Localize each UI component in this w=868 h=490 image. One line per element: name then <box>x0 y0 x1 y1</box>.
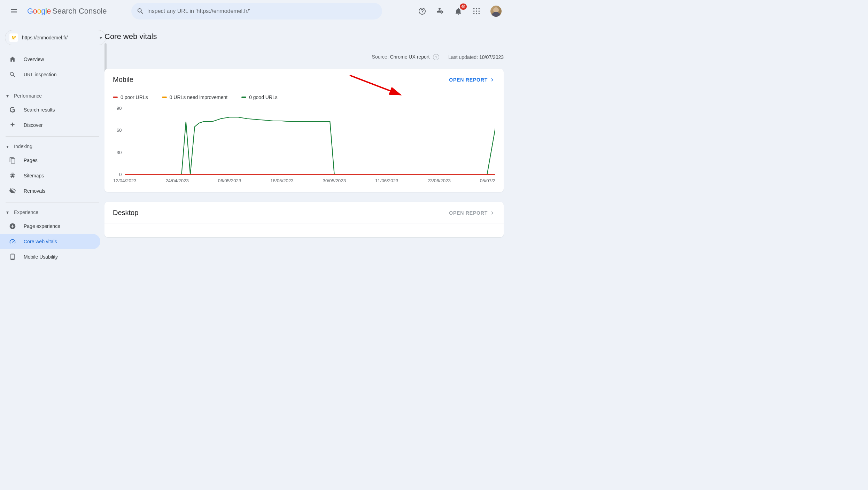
sidebar-item-url-inspection[interactable]: URL inspection <box>0 67 100 82</box>
account-avatar[interactable] <box>490 6 502 17</box>
sidebar-item-label: Page experience <box>24 223 60 229</box>
search-icon <box>134 4 147 18</box>
svg-text:24/04/2023: 24/04/2023 <box>165 179 189 183</box>
svg-text:30: 30 <box>117 151 122 155</box>
help-icon <box>418 7 426 15</box>
sidebar-item-label: Sitemaps <box>24 173 44 178</box>
mobile-chart-area: 030609012/04/202324/04/202306/05/202318/… <box>104 100 504 192</box>
sparkle-icon <box>8 121 17 129</box>
google-apps-button[interactable] <box>470 4 483 18</box>
svg-text:06/05/2023: 06/05/2023 <box>218 179 241 183</box>
chevron-down-icon: ▾ <box>100 35 102 40</box>
product-name: Search Console <box>52 7 107 16</box>
sidebar-section-performance[interactable]: ▾ Performance <box>0 90 104 102</box>
section-title: Indexing <box>14 144 32 149</box>
chevron-right-icon <box>489 77 495 83</box>
svg-text:90: 90 <box>117 106 122 111</box>
legend-improve[interactable]: 0 URLs need improvement <box>162 94 228 100</box>
chevron-down-icon: ▾ <box>6 209 12 215</box>
hamburger-icon <box>10 7 18 15</box>
sidebar-item-overview[interactable]: Overview <box>0 52 100 67</box>
phone-icon <box>8 253 17 261</box>
sidebar-section-experience[interactable]: ▾ Experience <box>0 206 104 219</box>
sidebar-item-pages[interactable]: Pages <box>0 153 100 168</box>
swatch-improve <box>162 97 167 98</box>
svg-point-3 <box>473 10 475 12</box>
property-favicon: M <box>9 33 18 42</box>
svg-text:30/05/2023: 30/05/2023 <box>323 179 346 183</box>
apps-grid-icon <box>473 7 480 15</box>
url-inspect-searchbar[interactable] <box>131 3 382 20</box>
source-label: Source: <box>372 54 389 60</box>
updated-value: 10/07/2023 <box>479 54 504 60</box>
divider <box>6 136 99 137</box>
property-url: https://enmodemel.fr/ <box>22 35 68 40</box>
legend-good[interactable]: 0 good URLs <box>241 94 278 100</box>
svg-point-6 <box>473 13 475 15</box>
google-g-icon <box>8 106 17 114</box>
svg-text:11/06/2023: 11/06/2023 <box>375 179 398 183</box>
notification-badge: 49 <box>460 3 467 10</box>
sidebar-item-label: Mobile Usability <box>24 254 58 260</box>
updated-label: Last updated: <box>448 54 478 60</box>
chevron-down-icon: ▾ <box>6 144 12 149</box>
card-mobile: Mobile OPEN REPORT 0 poor URLs 0 URLs ne… <box>104 69 504 192</box>
sidebar-item-label: Discover <box>24 122 42 128</box>
legend-poor[interactable]: 0 poor URLs <box>113 94 148 100</box>
help-button[interactable] <box>415 4 429 18</box>
main-content: Core web vitals Source: Chrome UX report… <box>104 22 507 282</box>
sidebar-item-label: Pages <box>24 158 38 163</box>
svg-text:60: 60 <box>117 128 122 133</box>
sidebar-item-mobile-usability[interactable]: Mobile Usability <box>0 249 100 265</box>
svg-text:18/05/2023: 18/05/2023 <box>270 179 294 183</box>
divider <box>6 202 99 202</box>
help-circle-icon[interactable]: ? <box>433 54 439 60</box>
search-icon <box>8 70 17 79</box>
page-title: Core web vitals <box>104 22 504 47</box>
user-settings-icon <box>436 7 444 15</box>
report-meta-row: Source: Chrome UX report ? Last updated:… <box>104 47 507 69</box>
swatch-good <box>241 97 246 98</box>
home-icon <box>8 55 17 63</box>
hide-icon <box>8 187 17 195</box>
google-search-console-logo[interactable]: Google Search Console <box>27 7 107 16</box>
sidebar-item-sitemaps[interactable]: Sitemaps <box>0 168 100 183</box>
chevron-right-icon <box>489 210 495 216</box>
last-updated-info: Last updated: 10/07/2023 <box>448 54 504 60</box>
svg-text:23/06/2023: 23/06/2023 <box>427 179 451 183</box>
notifications-button[interactable]: 49 <box>451 4 465 18</box>
sidebar-item-label: Search results <box>24 107 55 113</box>
open-report-desktop-button[interactable]: OPEN REPORT <box>449 210 495 216</box>
header-actions: 49 <box>415 4 502 18</box>
sidebar-item-page-experience[interactable]: Page experience <box>0 219 100 234</box>
svg-point-4 <box>476 10 477 12</box>
svg-text:05/07/2023: 05/07/2023 <box>480 179 495 183</box>
chart-legend: 0 poor URLs 0 URLs need improvement 0 go… <box>104 90 504 100</box>
sidebar-item-search-results[interactable]: Search results <box>0 102 100 117</box>
sidebar-item-removals[interactable]: Removals <box>0 183 100 199</box>
url-inspect-input[interactable] <box>147 8 379 14</box>
property-selector[interactable]: M https://enmodemel.fr/ ▾ <box>5 30 106 45</box>
card-title-desktop: Desktop <box>113 209 138 217</box>
svg-point-1 <box>476 8 477 9</box>
sidebar: M https://enmodemel.fr/ ▾ Overview URL i… <box>0 22 104 282</box>
sidebar-item-label: Removals <box>24 188 45 194</box>
user-settings-button[interactable] <box>433 4 447 18</box>
sidebar-item-discover[interactable]: Discover <box>0 117 100 133</box>
svg-point-0 <box>473 8 475 9</box>
svg-point-2 <box>479 8 480 9</box>
svg-point-5 <box>479 10 480 12</box>
open-report-label: OPEN REPORT <box>449 210 488 216</box>
open-report-label: OPEN REPORT <box>449 77 488 83</box>
sidebar-item-core-web-vitals[interactable]: Core web vitals <box>0 234 100 249</box>
svg-text:12/04/2023: 12/04/2023 <box>113 179 137 183</box>
source-value[interactable]: Chrome UX report <box>390 54 430 60</box>
hamburger-menu-button[interactable] <box>6 3 22 20</box>
sidebar-item-label: Core web vitals <box>24 239 57 244</box>
open-report-mobile-button[interactable]: OPEN REPORT <box>449 77 495 83</box>
svg-text:0: 0 <box>119 173 122 177</box>
sitemap-icon <box>8 171 17 180</box>
pages-icon <box>8 156 17 164</box>
sidebar-section-indexing[interactable]: ▾ Indexing <box>0 140 104 153</box>
source-info: Source: Chrome UX report ? <box>372 54 440 60</box>
